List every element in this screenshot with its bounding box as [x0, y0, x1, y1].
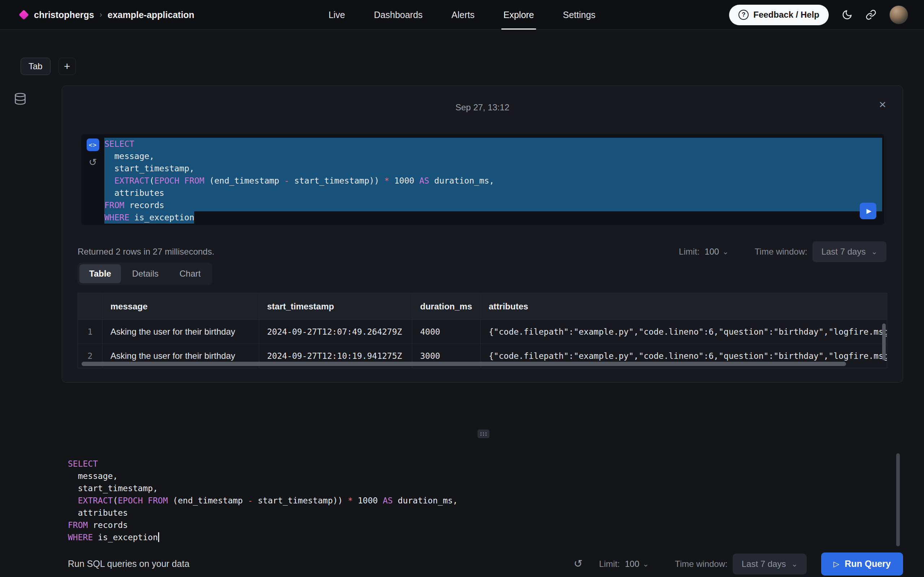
sql-line: message, — [104, 150, 882, 162]
sql-line: SELECT — [104, 138, 882, 150]
play-icon: ▶ — [867, 207, 872, 215]
tab-chart[interactable]: Chart — [170, 264, 210, 283]
sql-line: start_timestamp, — [68, 482, 880, 495]
sql-preview-block[interactable]: <> ↺ SELECT message, start_timestamp, EX… — [81, 134, 884, 225]
feedback-help-label: Feedback / Help — [753, 10, 819, 20]
time-window-dropdown[interactable]: Last 7 days ⌄ — [813, 241, 887, 262]
chevron-down-icon: ⌄ — [791, 560, 798, 568]
time-window-dropdown[interactable]: Last 7 days ⌄ — [733, 554, 807, 574]
table-cell: 4000 — [412, 320, 481, 344]
query-tab[interactable]: Tab — [21, 58, 50, 75]
time-window-value: Last 7 days — [822, 247, 866, 257]
nav-settings[interactable]: Settings — [563, 0, 596, 29]
nav-explore[interactable]: Explore — [504, 0, 534, 29]
query-tabs-bar: Tab + — [21, 58, 76, 75]
panel-resize-handle[interactable] — [478, 429, 489, 438]
table-header-row: messagestart_timestampduration_msattribu… — [78, 293, 887, 320]
query-history-icon[interactable]: ↺ — [574, 559, 583, 569]
table-cell: Asking the user for their birthday — [102, 320, 259, 344]
table-cell: {"code.filepath":"example.py","code.line… — [481, 320, 887, 344]
chevron-down-icon: ⌄ — [871, 247, 877, 256]
top-nav: christophergs › example-application Live… — [0, 0, 924, 29]
result-controls: Limit: 100 ⌄ Time window: Last 7 days ⌄ — [679, 241, 887, 262]
main-nav: Live Dashboards Alerts Explore Settings — [328, 0, 596, 29]
schema-browser-database-icon[interactable] — [14, 92, 27, 106]
run-query-label: Run Query — [845, 559, 891, 569]
column-header — [78, 293, 102, 319]
column-header: message — [102, 293, 259, 319]
table-rows: messagestart_timestampduration_msattribu… — [78, 293, 887, 368]
chevron-down-icon: ⌄ — [643, 560, 649, 568]
nav-live[interactable]: Live — [328, 0, 345, 29]
add-tab-button[interactable]: + — [58, 58, 76, 75]
sql-line: FROM records — [104, 199, 882, 211]
chevron-down-icon: ⌄ — [722, 247, 729, 256]
sql-editor[interactable]: SELECT message, start_timestamp, EXTRACT… — [62, 450, 903, 551]
breadcrumb-project[interactable]: example-application — [108, 10, 194, 20]
play-icon: ▷ — [834, 560, 839, 568]
limit-label: Limit: — [599, 559, 620, 569]
time-window-value: Last 7 days — [742, 559, 786, 569]
sql-line: EXTRACT(EPOCH FROM (end_timestamp - star… — [104, 174, 882, 187]
logfire-explore-page: christophergs › example-application Live… — [0, 0, 924, 577]
user-avatar[interactable] — [889, 5, 908, 24]
table-cell: 1 — [78, 320, 102, 344]
feedback-help-button[interactable]: ? Feedback / Help — [729, 5, 829, 25]
breadcrumb-separator-icon: › — [100, 10, 102, 19]
editor-scrollbar[interactable] — [896, 453, 900, 546]
sql-line: attributes — [68, 507, 880, 519]
text-cursor — [158, 532, 159, 542]
limit-label: Limit: — [679, 247, 699, 257]
sql-line: attributes — [104, 187, 882, 199]
sql-editor-code[interactable]: SELECT message, start_timestamp, EXTRACT… — [68, 458, 880, 543]
column-header: duration_ms — [412, 293, 481, 319]
vertical-scrollbar[interactable] — [882, 324, 886, 360]
theme-toggle-moon-icon[interactable] — [842, 10, 853, 20]
limit-dropdown[interactable]: 100 ⌄ — [625, 559, 649, 569]
results-table: messagestart_timestampduration_msattribu… — [78, 293, 887, 368]
history-icon[interactable]: ↺ — [89, 158, 97, 167]
editor-footer: Run SQL queries on your data ↺ Limit: 10… — [0, 551, 924, 577]
time-window-label: Time window: — [675, 559, 728, 569]
nav-dashboards[interactable]: Dashboards — [374, 0, 423, 29]
run-query-button[interactable]: ▷ Run Query — [821, 553, 903, 575]
tab-table[interactable]: Table — [79, 264, 121, 283]
brand: christophergs › example-application — [20, 0, 194, 29]
table-row[interactable]: 1Asking the user for their birthday2024-… — [78, 320, 887, 344]
run-snippet-play-button[interactable]: ▶ — [860, 203, 876, 219]
query-result-card: Sep 27, 13:12 × <> ↺ SELECT message, sta… — [62, 85, 903, 383]
sql-line: WHERE is_exception — [104, 211, 882, 224]
share-link-icon[interactable] — [866, 10, 876, 20]
sql-line: message, — [68, 470, 880, 482]
nav-alerts[interactable]: Alerts — [452, 0, 475, 29]
sql-line: WHERE is_exception — [68, 531, 880, 543]
nav-right-cluster: ? Feedback / Help — [729, 0, 908, 29]
tab-details[interactable]: Details — [122, 264, 168, 283]
view-tabs: Table Details Chart — [78, 263, 212, 285]
column-header: attributes — [481, 293, 887, 319]
close-icon[interactable]: × — [879, 98, 886, 110]
limit-value: 100 — [704, 247, 719, 257]
limit-value: 100 — [625, 559, 639, 569]
footer-controls: ↺ Limit: 100 ⌄ Time window: Last 7 days … — [574, 553, 903, 575]
horizontal-scrollbar[interactable] — [82, 362, 846, 366]
sql-line: FROM records — [68, 519, 880, 531]
question-circle-icon: ? — [738, 10, 749, 20]
code-gutter: <> ↺ — [81, 134, 104, 225]
editor-hint: Run SQL queries on your data — [68, 559, 189, 569]
limit-dropdown[interactable]: 100 ⌄ — [704, 247, 729, 257]
sql-line: EXTRACT(EPOCH FROM (end_timestamp - star… — [68, 495, 880, 507]
column-header: start_timestamp — [259, 293, 412, 319]
sql-line: start_timestamp, — [104, 162, 882, 174]
sql-preview-code: SELECT message, start_timestamp, EXTRACT… — [104, 138, 882, 224]
breadcrumb-org[interactable]: christophergs — [34, 10, 94, 20]
table-cell: 2024-09-27T12:07:49.264279Z — [259, 320, 412, 344]
logfire-logo-icon[interactable] — [19, 10, 29, 20]
result-summary: Returned 2 rows in 27 milliseconds. — [78, 247, 215, 257]
breadcrumb: christophergs › example-application — [34, 10, 194, 20]
code-block-icon[interactable]: <> — [87, 139, 99, 151]
time-window-label: Time window: — [755, 247, 808, 257]
query-timestamp: Sep 27, 13:12 — [62, 102, 903, 113]
result-meta-row: Returned 2 rows in 27 milliseconds. Limi… — [78, 241, 887, 263]
sql-line: SELECT — [68, 458, 880, 470]
